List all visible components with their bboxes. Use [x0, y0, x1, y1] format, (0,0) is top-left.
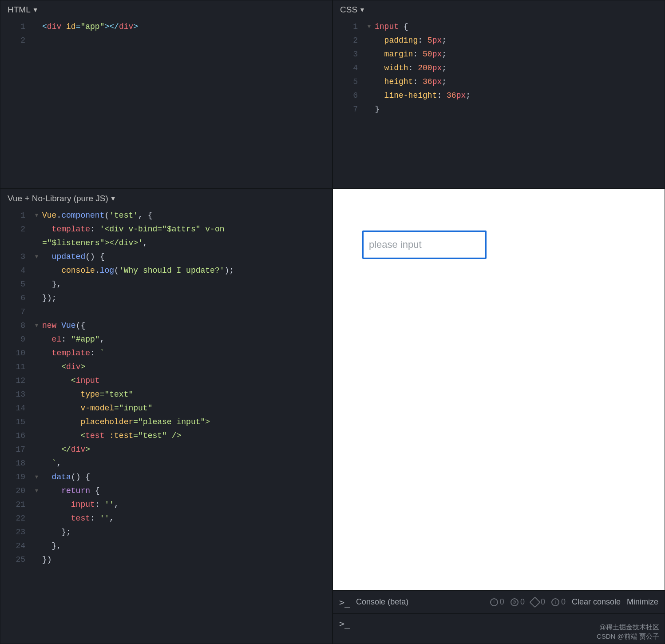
chevron-down-icon: ▼ [110, 195, 116, 202]
css-label: CSS [340, 5, 357, 15]
preview-pane: >_ Console (beta) !0 ⊘0 0 i0 Clear conso… [332, 189, 665, 644]
console-prompt-icon: >_ [339, 597, 350, 608]
css-header[interactable]: CSS ▼ [333, 0, 665, 18]
html-editor[interactable]: 1<div id="app"></div> 2 [0, 18, 332, 53]
console-warn-counter[interactable]: 0 [531, 597, 545, 607]
clear-console-button[interactable]: Clear console [572, 597, 621, 607]
console-error-counter[interactable]: !0 [490, 597, 504, 607]
js-editor[interactable]: 1▾Vue.component('test', { 2 template: '<… [0, 207, 332, 572]
info-icon: i [551, 598, 559, 606]
watermark: @稀土掘金技术社区 CSDN @前端 贾公子 [597, 622, 659, 641]
preview-input[interactable] [362, 231, 487, 259]
console-input-prompt-icon: >_ [339, 618, 350, 629]
js-label: Vue + No-Library (pure JS) [8, 194, 108, 203]
js-pane: Vue + No-Library (pure JS) ▼ 1▾Vue.compo… [0, 189, 332, 644]
chevron-down-icon: ▼ [359, 6, 365, 13]
js-header[interactable]: Vue + No-Library (pure JS) ▼ [0, 189, 332, 207]
slash-icon: ⊘ [511, 598, 519, 606]
html-label: HTML [8, 5, 31, 15]
console-label[interactable]: Console (beta) [356, 597, 408, 607]
html-header[interactable]: HTML ▼ [0, 0, 332, 18]
css-pane: CSS ▼ 1▾input { 2 padding: 5px; 3 margin… [332, 0, 665, 189]
minimize-button[interactable]: Minimize [627, 597, 658, 607]
css-editor[interactable]: 1▾input { 2 padding: 5px; 3 margin: 50px… [333, 18, 665, 122]
console-info-counter[interactable]: i0 [551, 597, 566, 607]
console-bar: >_ Console (beta) !0 ⊘0 0 i0 Clear conso… [333, 590, 665, 613]
error-icon: ! [490, 598, 498, 606]
warn-icon [529, 596, 540, 608]
html-pane: HTML ▼ 1<div id="app"></div> 2 [0, 0, 332, 189]
chevron-down-icon: ▼ [32, 6, 39, 13]
console-log-counter[interactable]: ⊘0 [511, 597, 525, 607]
